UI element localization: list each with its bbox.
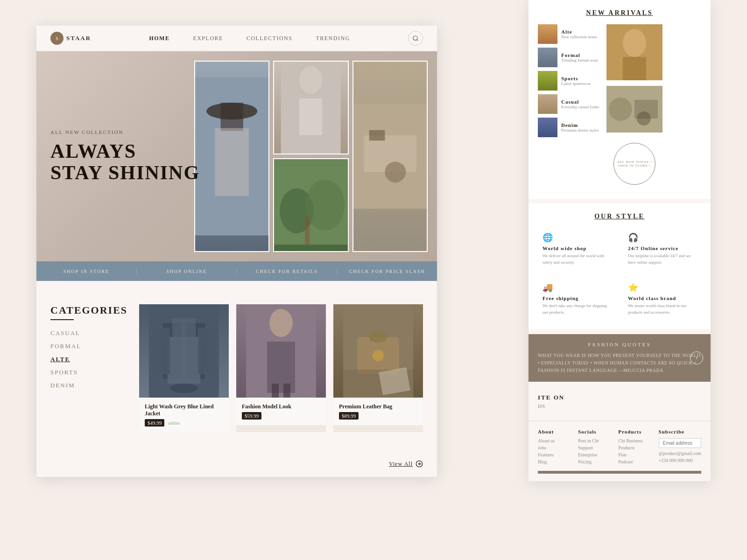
svg-point-39 (623, 29, 646, 57)
hero-img-plants (273, 158, 348, 252)
footer-bottom-bar (538, 471, 701, 474)
svg-point-7 (299, 66, 322, 94)
footer-support[interactable]: Support (578, 445, 613, 450)
svg-point-33 (373, 350, 384, 361)
headphone-icon: 🎧 (628, 232, 697, 243)
hero-img-col-2 (273, 61, 348, 252)
brand-name: STAAR (66, 35, 91, 42)
cat-formal[interactable]: FORMAL (50, 343, 125, 350)
feature-title-brand: World class brand (628, 295, 697, 301)
style-features: 🌐 World wide shop We deliver all around … (538, 228, 701, 320)
footer-jobs[interactable]: Jobs (538, 445, 572, 450)
svg-rect-20 (172, 318, 196, 337)
arrivals-images: ALL NEW TODAY • SHOP IN STORE • (606, 24, 662, 189)
model-svg (236, 304, 326, 398)
footer-pricing[interactable]: Pricing (578, 459, 613, 464)
feature-title-worldwide: World wide shop (543, 245, 611, 251)
cat-alte[interactable]: ALTE (50, 356, 125, 363)
banner-price-slash[interactable]: CHECK FOR PRICE SLASH (337, 269, 437, 274)
feature-desc-worldwide: We deliver all around the world with saf… (543, 253, 611, 266)
arrival-formal[interactable]: Formal Trending formal wear (538, 48, 599, 67)
svg-rect-29 (283, 384, 290, 398)
arrival-desc-sports: Latest sportswear (561, 81, 591, 86)
footer-enterprise[interactable]: Enterprise (578, 452, 613, 457)
product-card-3[interactable]: Premium Leather Bag $89.99 (333, 304, 423, 432)
banner-shop-online[interactable]: SHOP ONLINE (137, 269, 237, 274)
product-img-2 (236, 304, 326, 398)
footer-socials-title: Socials (578, 429, 613, 434)
subscribe-subtitle: DS (538, 403, 701, 409)
arrival-sports[interactable]: Sports Latest sportswear (538, 71, 599, 91)
svg-rect-24 (198, 328, 210, 374)
arrival-label-sports: Sports (561, 76, 591, 81)
svg-rect-23 (158, 328, 170, 374)
feature-desc-brand: We insure world class brand in our produ… (628, 303, 697, 315)
accessories-illustration (353, 62, 427, 251)
footer-subscribe-title: Subscribe (659, 429, 701, 434)
feature-desc-shipping: We don't take any change for shipping ou… (543, 303, 611, 315)
footer-subscribe: Subscribe @product@gmail.com +234 000 00… (659, 429, 701, 466)
quote-next-button[interactable]: › (690, 351, 703, 364)
footer-post[interactable]: Post in Cht (578, 438, 613, 443)
new-arrivals-title: NEW ARRIVALS (538, 9, 701, 17)
nav-home[interactable]: HOME (149, 35, 169, 42)
cat-sports[interactable]: SPORTS (50, 369, 125, 376)
product-img-3 (333, 304, 423, 398)
svg-rect-16 (369, 130, 385, 140)
cat-denim[interactable]: DENIM (50, 382, 125, 389)
svg-point-15 (385, 161, 406, 182)
footer-features[interactable]: Features (538, 452, 572, 457)
footer-products-link[interactable]: Products (618, 445, 653, 450)
footer-plan[interactable]: Plan (618, 452, 653, 457)
navbar: S STAAR HOME EXPLORE COLLECTIONS TRENDIN… (36, 26, 437, 51)
our-style-section: OUR STYLE 🌐 World wide shop We deliver a… (529, 203, 711, 329)
plants-illustration (274, 159, 347, 251)
hero-img-hat (194, 61, 269, 252)
categories-title: CATEGORIES (50, 304, 125, 316)
nav-links: HOME EXPLORE COLLECTIONS TRENDING (91, 35, 408, 42)
svg-point-0 (413, 36, 417, 40)
footer-email-input[interactable] (659, 438, 701, 448)
nav-explore[interactable]: EXPLORE (193, 35, 223, 42)
footer-about-us[interactable]: About us (538, 438, 572, 443)
product-card-2[interactable]: Fashion Model Look $59.99 (236, 304, 326, 432)
banner-shop-store[interactable]: SHOP IN STORE (36, 269, 137, 274)
hero-content: ALL NEW COLLECTION ALWAYS STAY SHINING (50, 129, 200, 183)
arrival-alt[interactable]: Alte New collection items (538, 24, 599, 44)
hero-img-outfit (273, 61, 348, 154)
product-info-2: Fashion Model Look $59.99 (236, 398, 326, 425)
svg-point-26 (269, 309, 293, 337)
arrivals-svg2 (606, 86, 662, 133)
arrival-denim[interactable]: Denim Premium denim styles (538, 118, 599, 137)
arrival-desc-alt: New collection items (561, 35, 597, 39)
view-all-icon (416, 460, 423, 468)
svg-point-42 (609, 98, 632, 121)
logo-area: S STAAR (50, 32, 91, 45)
hero-subtitle: ALL NEW COLLECTION (50, 129, 200, 135)
footer-podcast[interactable]: Podcast (618, 459, 653, 464)
product-name-3: Premium Leather Bag (339, 403, 417, 410)
footer-blog[interactable]: Blog (538, 459, 572, 464)
product-info-3: Premium Leather Bag $89.99 (333, 398, 423, 425)
search-icon (412, 35, 419, 42)
arrivals-main-img1 (606, 24, 662, 80)
outfit-illustration (274, 62, 347, 154)
arrival-casual[interactable]: Casual Everyday casual looks (538, 94, 599, 114)
banner-retails[interactable]: CHECK FOR RETAILS (237, 269, 338, 274)
subscribe-title: ITE ON (538, 394, 701, 401)
footer-columns: About About us Jobs Features Blog Social… (538, 429, 701, 466)
product-card-1[interactable]: Light Wash Grey Blue Lined Jacket $49.99… (139, 304, 229, 432)
product-price-row-3: $89.99 (339, 412, 417, 420)
nav-trending[interactable]: TRENDING (316, 35, 350, 42)
search-button[interactable] (408, 31, 423, 46)
footer-cht-business[interactable]: Cht Business (618, 438, 653, 443)
arrival-info-sports: Sports Latest sportswear (561, 76, 591, 86)
hero-images (194, 51, 437, 261)
view-all-button[interactable]: View All (389, 460, 423, 468)
arrival-info-alt: Alte New collection items (561, 29, 597, 39)
circular-badge: ALL NEW TODAY • SHOP IN STORE • (613, 143, 655, 185)
svg-rect-5 (215, 128, 249, 196)
cat-casual[interactable]: CASUAL (50, 329, 125, 337)
arrival-info-casual: Casual Everyday casual looks (561, 99, 599, 109)
nav-collections[interactable]: COLLECTIONS (247, 35, 293, 42)
